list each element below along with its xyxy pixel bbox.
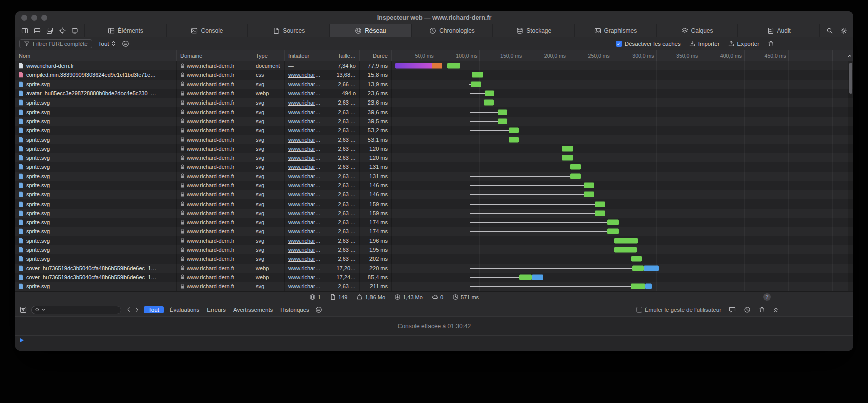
table-row[interactable]: cover_hu736519dc3b5040cfa48b6b559b6de6ec… bbox=[15, 264, 853, 273]
tab-stockage[interactable]: Stockage bbox=[493, 24, 575, 37]
filter-options-button[interactable] bbox=[122, 40, 129, 47]
device-button[interactable] bbox=[71, 27, 78, 34]
table-row[interactable]: avatar_hu85ecc3e298728880b0bde2dcc4e5c23… bbox=[15, 89, 853, 98]
resource-initiator[interactable]: www.richard-d… bbox=[288, 274, 322, 280]
table-row[interactable]: sprite.svg www.richard-dern.fr svg www.r… bbox=[15, 227, 853, 236]
table-row[interactable]: sprite.svg www.richard-dern.fr svg www.r… bbox=[15, 80, 853, 89]
tab-sources[interactable]: Sources bbox=[248, 24, 330, 37]
vertical-scrollbar[interactable] bbox=[848, 61, 853, 291]
resource-initiator[interactable]: www.richard-d… bbox=[288, 118, 322, 124]
column-header-domain[interactable]: Domaine bbox=[177, 50, 252, 61]
close-button[interactable] bbox=[21, 15, 27, 21]
scrollbar-thumb[interactable] bbox=[849, 63, 852, 94]
dock-bottom-button[interactable] bbox=[34, 27, 41, 34]
resource-initiator[interactable]: www.richard-d… bbox=[288, 173, 322, 179]
console-scope-avertissements[interactable]: Avertissements bbox=[232, 307, 274, 313]
console-scope-tout[interactable]: Tout bbox=[144, 306, 164, 313]
tab-audit[interactable]: Audit bbox=[738, 24, 820, 37]
tab-console[interactable]: Console bbox=[167, 24, 249, 37]
table-row[interactable]: sprite.svg www.richard-dern.fr svg www.r… bbox=[15, 199, 853, 208]
resource-initiator[interactable]: www.richard-d… bbox=[288, 164, 322, 170]
resource-initiator[interactable]: www.richard-d… bbox=[288, 201, 322, 207]
search-button[interactable] bbox=[826, 27, 833, 34]
column-header-type[interactable]: Type bbox=[252, 50, 285, 61]
table-row[interactable]: sprite.svg www.richard-dern.fr svg www.r… bbox=[15, 117, 853, 126]
dock-side-button[interactable] bbox=[21, 27, 28, 34]
table-row[interactable]: sprite.svg www.richard-dern.fr svg www.r… bbox=[15, 282, 853, 291]
resource-type-select[interactable]: Tout bbox=[98, 40, 116, 47]
tab-reseau[interactable]: Réseau bbox=[330, 24, 412, 37]
resource-initiator[interactable]: www.richard-d… bbox=[288, 256, 322, 262]
table-row[interactable]: sprite.svg www.richard-dern.fr svg www.r… bbox=[15, 107, 853, 116]
resource-initiator[interactable]: www.richard-d… bbox=[288, 146, 322, 152]
tab-graphismes[interactable]: Graphismes bbox=[575, 24, 657, 37]
column-header-size[interactable]: Taille… bbox=[326, 50, 360, 61]
table-row[interactable]: sprite.svg www.richard-dern.fr svg www.r… bbox=[15, 126, 853, 135]
console-scope-erreurs[interactable]: Erreurs bbox=[205, 307, 227, 313]
column-header-name[interactable]: Nom bbox=[15, 50, 177, 61]
column-header-initiator[interactable]: Initiateur bbox=[285, 50, 326, 61]
element-picker-button[interactable] bbox=[59, 27, 66, 34]
resource-initiator[interactable]: www.richard-d… bbox=[288, 265, 322, 271]
table-row[interactable]: sprite.svg www.richard-dern.fr svg www.r… bbox=[15, 245, 853, 254]
scroll-top-icon[interactable] bbox=[847, 53, 852, 58]
resource-initiator[interactable]: www.richard-d… bbox=[288, 210, 322, 216]
table-row[interactable]: sprite.svg www.richard-dern.fr svg www.r… bbox=[15, 218, 853, 227]
resource-initiator[interactable]: www.richard-d… bbox=[288, 99, 322, 106]
table-row[interactable]: sprite.svg www.richard-dern.fr svg www.r… bbox=[15, 153, 853, 162]
zoom-button[interactable] bbox=[41, 15, 47, 21]
table-row[interactable]: cover_hu736519dc3b5040cfa48b6b559b6de6ec… bbox=[15, 273, 853, 282]
table-row[interactable]: sprite.svg www.richard-dern.fr svg www.r… bbox=[15, 135, 853, 144]
console-scope-historiques[interactable]: Historiques bbox=[279, 307, 311, 313]
collapse-console-button[interactable] bbox=[773, 307, 779, 313]
table-row[interactable]: sprite.svg www.richard-dern.fr svg www.r… bbox=[15, 144, 853, 153]
tab-elements[interactable]: Éléments bbox=[85, 24, 167, 37]
clear-console-button[interactable] bbox=[743, 306, 751, 313]
table-row[interactable]: sprite.svg www.richard-dern.fr svg www.r… bbox=[15, 181, 853, 190]
table-row[interactable]: sprite.svg www.richard-dern.fr svg www.r… bbox=[15, 254, 853, 263]
resource-initiator[interactable]: www.richard-d… bbox=[288, 283, 322, 289]
table-row[interactable]: sprite.svg www.richard-dern.fr svg www.r… bbox=[15, 209, 853, 218]
help-button[interactable]: ? bbox=[763, 293, 771, 301]
separate-window-button[interactable] bbox=[46, 27, 53, 34]
disable-caches-checkbox[interactable]: ✓ bbox=[616, 41, 622, 47]
console-filter-button[interactable] bbox=[20, 306, 27, 313]
settings-button[interactable] bbox=[840, 27, 847, 34]
table-row[interactable]: sprite.svg www.richard-dern.fr svg www.r… bbox=[15, 236, 853, 245]
clear-network-button[interactable] bbox=[767, 40, 774, 47]
minimize-button[interactable] bbox=[31, 15, 37, 21]
table-row[interactable]: sprite.svg www.richard-dern.fr svg www.r… bbox=[15, 162, 853, 171]
resource-initiator[interactable]: www.richard-d… bbox=[288, 81, 322, 87]
resource-initiator[interactable]: www.richard-d… bbox=[288, 219, 322, 225]
console-messages-button[interactable] bbox=[729, 306, 736, 313]
table-row[interactable]: sprite.svg www.richard-dern.fr svg www.r… bbox=[15, 98, 853, 107]
table-row[interactable]: www.richard-dern.fr www.richard-dern.fr … bbox=[15, 61, 853, 70]
resource-initiator[interactable]: www.richard-d… bbox=[288, 238, 322, 244]
resource-initiator[interactable]: — bbox=[288, 63, 294, 69]
resource-initiator[interactable]: www.richard-d… bbox=[288, 228, 322, 234]
resource-initiator[interactable]: www.richard-d… bbox=[288, 109, 322, 115]
previous-result-button[interactable] bbox=[126, 307, 131, 313]
resource-initiator[interactable]: www.richard-d… bbox=[288, 90, 322, 96]
emulate-gesture-checkbox[interactable] bbox=[636, 307, 642, 313]
resource-initiator[interactable]: www.richard-d… bbox=[288, 127, 322, 133]
resource-initiator[interactable]: www.richard-d… bbox=[288, 191, 322, 197]
tab-calques[interactable]: Calques bbox=[657, 24, 738, 37]
console-scope-evaluations[interactable]: Évaluations bbox=[168, 307, 201, 313]
resource-initiator[interactable]: www.richard-d… bbox=[288, 247, 322, 253]
column-header-duration[interactable]: Durée bbox=[360, 50, 392, 61]
table-row[interactable]: sprite.svg www.richard-dern.fr svg www.r… bbox=[15, 172, 853, 181]
next-result-button[interactable] bbox=[135, 307, 139, 313]
console-search-input[interactable] bbox=[31, 306, 121, 314]
emulate-gesture-toggle[interactable]: Émuler le geste de l'utilisateur bbox=[636, 307, 721, 313]
import-button[interactable]: Importer bbox=[689, 40, 720, 47]
console-scope-options-button[interactable] bbox=[315, 306, 322, 313]
resource-initiator[interactable]: www.richard-d… bbox=[288, 72, 322, 78]
table-row[interactable]: sprite.svg www.richard-dern.fr svg www.r… bbox=[15, 190, 853, 199]
resource-initiator[interactable]: www.richard-d… bbox=[288, 137, 322, 143]
export-button[interactable]: Exporter bbox=[728, 40, 759, 47]
resource-initiator[interactable]: www.richard-d… bbox=[288, 182, 322, 188]
disable-caches-toggle[interactable]: ✓ Désactiver les caches bbox=[616, 41, 681, 47]
console-prompt-row[interactable] bbox=[15, 335, 853, 345]
trash-icon[interactable] bbox=[758, 306, 765, 313]
